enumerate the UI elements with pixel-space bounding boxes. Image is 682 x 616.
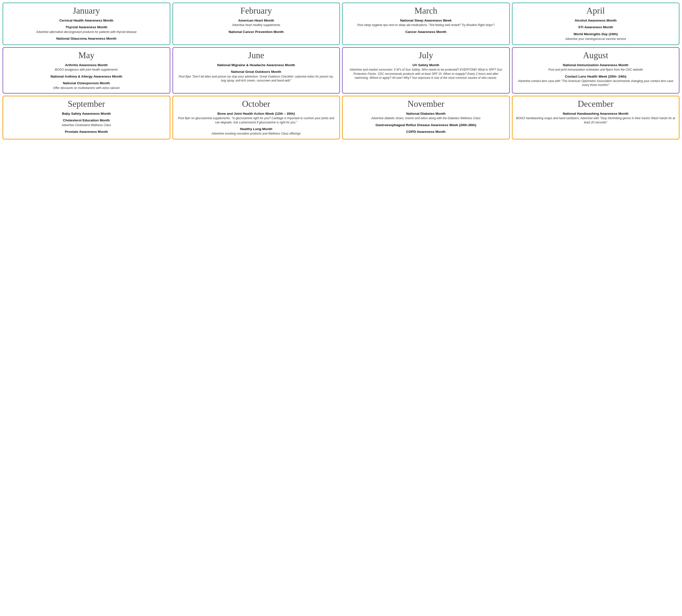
event-title-2-1: Cancer Awareness Month xyxy=(346,30,506,34)
event-desc-9-0: Post flyer on glucosamine supplements. "… xyxy=(177,116,336,124)
event-title-4-1: National Asthma & Allergy Awareness Mont… xyxy=(7,74,166,79)
month-title-april: April xyxy=(516,6,676,16)
event-desc-6-0: Advertise and market sunscreen: 5 W's of… xyxy=(346,68,506,80)
event-desc-1-0: Advertise heart healthy supplements xyxy=(177,23,336,27)
event-title-2-0: National Sleep Awareness Week xyxy=(346,18,506,23)
month-title-october: October xyxy=(177,99,336,109)
event-desc-9-1: Advertise smoking cessation products and… xyxy=(177,132,336,136)
month-title-january: January xyxy=(7,6,166,16)
event-desc-10-0: Advertise diabetic shoes, inserts and lo… xyxy=(346,116,506,120)
month-cell-october: OctoberBone and Joint Health Action Week… xyxy=(172,96,340,140)
month-title-may: May xyxy=(7,51,166,61)
event-desc-7-0: Post and print immunization schedules an… xyxy=(516,68,676,72)
event-title-3-0: Alcohol Awareness Month xyxy=(516,18,676,23)
month-title-december: December xyxy=(516,99,676,109)
event-title-11-0: National Handwashing Awareness Month xyxy=(516,112,676,116)
event-title-1-1: National Cancer Prevention Month xyxy=(177,30,336,34)
month-cell-may: MayArthritis Awareness MonthBOGO analges… xyxy=(2,47,170,94)
event-desc-4-2: Offer discounts on multivitamins with ex… xyxy=(7,86,166,90)
event-desc-0-1: Advertise alternative decongestant produ… xyxy=(7,30,166,34)
event-title-9-0: Bone and Joint Health Action Week (12th … xyxy=(177,112,336,116)
event-title-8-1: Cholesterol Education Month xyxy=(7,118,166,123)
month-cell-july: JulyUV Safety MonthAdvertise and market … xyxy=(342,47,510,94)
month-cell-august: AugustNational Immunization Awareness Mo… xyxy=(512,47,680,94)
event-title-4-0: Arthritis Awareness Month xyxy=(7,63,166,67)
month-title-june: June xyxy=(177,51,336,61)
month-title-july: July xyxy=(346,51,506,61)
event-title-0-0: Cervical Health Awareness Month xyxy=(7,18,166,23)
event-title-3-1: STI Awareness Month xyxy=(516,25,676,29)
month-cell-january: JanuaryCervical Health Awareness MonthTh… xyxy=(2,2,170,45)
month-title-february: February xyxy=(177,6,336,16)
month-cell-march: MarchNational Sleep Awareness WeekPost s… xyxy=(342,2,510,45)
event-title-9-1: Healthy Lung Month xyxy=(177,127,336,131)
event-title-10-2: COPD Awareness Month xyxy=(346,129,506,134)
event-title-5-1: National Great Outdoors Month xyxy=(177,70,336,74)
event-title-0-1: Thyroid Awareness Month xyxy=(7,25,166,29)
event-title-8-0: Baby Safety Awareness Month xyxy=(7,112,166,116)
month-title-november: November xyxy=(346,99,506,109)
event-desc-7-1: Advertise contact lens case with "The Am… xyxy=(516,79,676,87)
event-title-7-0: National Immunization Awareness Month xyxy=(516,63,676,67)
event-desc-8-1: Advertise Cholesterol Wellness Class xyxy=(7,123,166,127)
month-cell-june: JuneNational Migraine & Headache Awarene… xyxy=(172,47,340,94)
event-title-5-0: National Migraine & Headache Awareness M… xyxy=(177,63,336,67)
month-title-march: March xyxy=(346,6,506,16)
event-desc-2-0: Post sleep hygiene tips next to sleep ai… xyxy=(346,23,506,27)
month-title-august: August xyxy=(516,51,676,61)
month-title-september: September xyxy=(7,99,166,109)
event-desc-4-0: BOGO analgesics with joint health supple… xyxy=(7,68,166,72)
event-title-1-0: American Heart Month xyxy=(177,18,336,23)
month-cell-september: SeptemberBaby Safety Awareness MonthChol… xyxy=(2,96,170,140)
month-cell-november: NovemberNational Diabetes MonthAdvertise… xyxy=(342,96,510,140)
event-desc-3-2: Advertise your meningococcal vaccine ser… xyxy=(516,37,676,41)
event-title-0-2: National Glaucoma Awareness Month xyxy=(7,37,166,41)
event-title-10-0: National Diabetes Month xyxy=(346,112,506,116)
month-cell-december: DecemberNational Handwashing Awareness M… xyxy=(512,96,680,140)
event-title-7-1: Contact Lens Health Week (20th- 24th) xyxy=(516,74,676,79)
event-title-6-0: UV Safety Month xyxy=(346,63,506,67)
month-cell-april: AprilAlcohol Awareness MonthSTI Awarenes… xyxy=(512,2,680,45)
event-title-4-2: National Osteoporosis Month xyxy=(7,81,166,86)
event-title-10-1: Gastroesophageal Reflux Disease Awarenes… xyxy=(346,123,506,127)
event-title-3-2: World Meningitis Day (24th) xyxy=(516,32,676,37)
event-title-8-2: Prostate Awareness Month xyxy=(7,129,166,134)
event-desc-5-1: Post flyer "Don't let bites and poison i… xyxy=(177,75,336,82)
event-desc-11-0: BOGO handwashing soaps and hand sanitize… xyxy=(516,116,676,124)
calendar-grid: JanuaryCervical Health Awareness MonthTh… xyxy=(2,2,680,140)
month-cell-february: FebruaryAmerican Heart MonthAdvertise he… xyxy=(172,2,340,45)
